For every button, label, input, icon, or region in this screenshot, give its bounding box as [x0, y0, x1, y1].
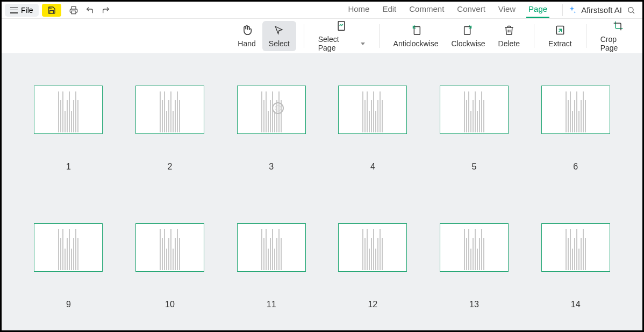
file-menu-button[interactable]: File	[5, 4, 39, 17]
page-number-label: 14	[571, 300, 581, 309]
file-label: File	[21, 6, 33, 15]
sparkle-icon	[567, 5, 577, 15]
page-number-label: 9	[66, 300, 71, 309]
search-icon	[627, 6, 635, 15]
page-thumb[interactable]: 4	[338, 86, 407, 172]
clockwise-label: Clockwise	[452, 39, 485, 48]
tab-comment[interactable]: Comment	[408, 2, 445, 18]
save-button[interactable]	[42, 4, 61, 17]
redo-button[interactable]	[98, 3, 114, 17]
page-thumbnail[interactable]	[440, 86, 509, 134]
page-toolbar: Hand Select Select Page Anticlockwise Cl…	[2, 19, 642, 53]
rotate-anticlockwise-button[interactable]: Anticlockwise	[387, 21, 445, 51]
hand-tool-button[interactable]: Hand	[231, 21, 262, 51]
rotate-cw-icon	[462, 24, 474, 36]
separator	[586, 24, 586, 48]
extract-icon	[555, 24, 566, 36]
undo-button[interactable]	[82, 3, 98, 17]
page-thumbnail[interactable]	[541, 223, 610, 272]
undo-icon	[85, 6, 94, 15]
page-thumbnail[interactable]	[440, 223, 509, 272]
tab-view[interactable]: View	[497, 2, 517, 18]
page-thumb[interactable]: 11	[237, 223, 306, 309]
page-thumbnail[interactable]	[34, 223, 103, 272]
page-thumb[interactable]: 9	[34, 223, 103, 309]
select-page-icon	[336, 20, 347, 32]
select-tool-button[interactable]: Select	[262, 21, 296, 51]
select-page-label: Select Page	[318, 35, 359, 52]
extract-label: Extract	[548, 39, 572, 48]
page-thumbnail[interactable]	[135, 223, 204, 272]
delete-label: Delete	[498, 39, 520, 48]
svg-line-2	[633, 12, 634, 13]
page-number-label: 5	[472, 162, 477, 172]
separator	[534, 24, 534, 48]
separator	[379, 24, 380, 48]
page-number-label: 3	[269, 162, 274, 172]
page-number-label: 10	[165, 300, 175, 309]
crop-icon	[613, 20, 624, 31]
anticlockwise-label: Anticlockwise	[393, 39, 439, 48]
svg-point-1	[628, 7, 633, 12]
extract-page-button[interactable]: Extract	[542, 21, 578, 51]
page-thumb[interactable]: 2	[135, 86, 204, 172]
trash-icon	[504, 25, 514, 36]
chevron-down-icon	[361, 43, 365, 45]
page-thumbnail[interactable]	[237, 223, 306, 272]
page-thumb[interactable]: 10	[135, 223, 204, 309]
page-thumb[interactable]: 12	[338, 223, 407, 309]
delete-page-button[interactable]: Delete	[492, 21, 526, 51]
pages-grid: 12345691011121314	[23, 86, 621, 309]
page-thumbnail[interactable]	[34, 86, 103, 134]
main-tabs: Home Edit Comment Convert View Page	[347, 2, 548, 18]
separator	[304, 24, 304, 48]
select-page-button[interactable]: Select Page	[312, 17, 371, 55]
page-number-label: 4	[370, 162, 375, 172]
cursor-icon	[274, 25, 284, 35]
hamburger-icon	[10, 7, 18, 13]
page-number-label: 11	[267, 300, 276, 309]
print-button[interactable]	[66, 3, 82, 17]
tab-page[interactable]: Page	[527, 2, 548, 18]
page-thumb[interactable]: 14	[541, 223, 610, 309]
rotate-ccw-icon	[410, 24, 422, 36]
crop-page-button[interactable]: Crop Page	[594, 17, 642, 55]
hand-label: Hand	[238, 39, 255, 48]
page-thumb[interactable]: 6	[541, 86, 610, 172]
page-thumbnail[interactable]	[541, 86, 610, 134]
page-number-label: 2	[168, 162, 173, 172]
crop-label: Crop Page	[600, 35, 636, 52]
separator	[562, 4, 563, 16]
ai-assistant-button[interactable]: Afirstsoft AI	[566, 5, 623, 15]
page-thumb[interactable]: 5	[440, 86, 509, 172]
page-number-label: 1	[66, 162, 71, 172]
page-number-label: 12	[368, 300, 377, 309]
page-thumbnail[interactable]	[135, 86, 204, 134]
page-thumb[interactable]: 13	[440, 223, 509, 309]
top-left-controls: File	[5, 3, 114, 17]
page-number-label: 6	[573, 162, 578, 172]
page-thumbnail[interactable]	[237, 86, 306, 134]
print-icon	[69, 6, 78, 15]
page-thumbnail[interactable]	[338, 223, 407, 272]
hand-icon	[241, 25, 252, 36]
rotate-clockwise-button[interactable]: Clockwise	[445, 21, 492, 51]
ai-label: Afirstsoft AI	[581, 5, 622, 15]
tab-edit[interactable]: Edit	[381, 2, 397, 18]
save-icon	[47, 6, 56, 15]
redo-icon	[102, 6, 110, 15]
pages-canvas[interactable]: 12345691011121314	[2, 53, 642, 330]
tab-convert[interactable]: Convert	[456, 2, 486, 18]
select-label: Select	[269, 39, 290, 48]
page-thumb[interactable]: 1	[34, 86, 103, 172]
tab-home[interactable]: Home	[347, 2, 370, 18]
search-button[interactable]	[623, 6, 639, 15]
page-number-label: 13	[469, 300, 479, 309]
page-thumbnail[interactable]	[338, 86, 407, 134]
svg-rect-0	[71, 11, 76, 13]
page-thumb[interactable]: 3	[237, 86, 306, 172]
